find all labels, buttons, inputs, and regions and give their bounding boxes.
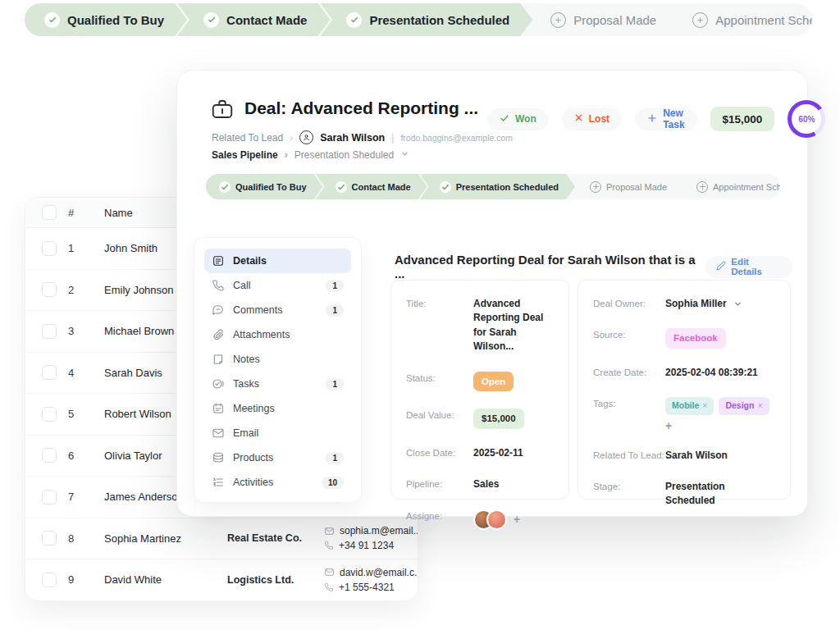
field-assigne: Assigne:+ [406,509,554,530]
lost-button[interactable]: Lost [562,108,622,130]
badge-facebook: Facebook [665,328,726,349]
crm-screen: Qualified To BuyContact MadePresentation… [0,0,840,630]
row-checkbox[interactable] [42,282,57,297]
pencil-icon [716,261,726,272]
pipeline-stage-qualified-to-buy[interactable]: Qualified To Buy [25,3,187,36]
row-checkbox[interactable] [42,324,57,339]
email-text: david.w@email.c... [340,567,418,578]
field-pipeline: Pipeline:Sales [406,477,554,491]
pipeline-stage-appointment-scheduled[interactable]: Appointment Scheduled [682,174,780,199]
select-all-checkbox[interactable] [42,205,57,220]
sidebar-item-email[interactable]: Email [204,421,351,445]
pipeline-stage-presentation-scheduled[interactable]: Presentation Scheduled [320,3,532,36]
pipeline-stage-proposal-made[interactable]: Proposal Made [532,3,674,36]
row-checkbox-cell [25,365,68,380]
edit-details-button[interactable]: Edit Details [705,256,792,278]
lead-name-link[interactable]: Sarah Wilson [320,132,385,144]
count-badge: 1 [326,452,344,464]
row-number: 6 [68,450,104,462]
email-line: sophia.m@email.... [324,525,418,536]
row-checkbox[interactable] [42,365,57,380]
count-badge: 1 [326,280,344,292]
sidebar-item-activities[interactable]: Activities10 [204,470,351,495]
pipeline-stage-proposal-made[interactable]: Proposal Made [575,174,682,199]
stage-label: Proposal Made [606,182,667,192]
check-icon [44,12,60,28]
pipeline-breadcrumb: Sales Pipeline › Presentation Sheduled [212,149,409,161]
remove-tag-icon[interactable]: × [702,400,707,410]
sidebar-item-products[interactable]: Products1 [204,445,351,470]
table-row[interactable]: 9David WhiteLogistics Ltd.david.w@email.… [25,559,418,601]
row-checkbox-cell [25,324,68,339]
row-checkbox[interactable] [42,490,57,504]
count-badge: 1 [326,378,344,390]
envelope-icon [324,526,335,536]
lead-avatar-icon [299,130,313,144]
assignee-avatars: + [473,509,520,530]
pipeline-stage-presentation-scheduled[interactable]: Presentation Scheduled [420,174,575,199]
stage-label: Appointment Scheduled [713,182,780,192]
products-icon [212,451,225,464]
field-value: Mobile×Design×+ [665,397,775,431]
row-checkbox-cell [25,490,68,504]
pipeline-stage-contact-made[interactable]: Contact Made [316,174,427,199]
pipeline-stage-contact-made[interactable]: Contact Made [177,3,330,36]
field-value: Open [473,372,514,392]
new-task-button[interactable]: New Task [635,108,696,130]
sidebar-item-attachments[interactable]: Attachments [204,322,351,347]
row-checkbox[interactable] [42,573,57,587]
tag-mobile[interactable]: Mobile× [665,397,714,414]
tag-design[interactable]: Design× [719,397,769,414]
row-checkbox[interactable] [42,241,57,256]
sidebar-item-call[interactable]: Call1 [204,273,351,298]
add-assignee-button[interactable]: + [514,514,520,525]
pipeline-stage-appointment-scheduled[interactable]: Appointment Scheduled [674,3,812,36]
check-icon [346,12,362,28]
add-tag-button[interactable]: + [665,420,672,431]
plus-circle-icon [692,12,708,28]
edit-details-label: Edit Details [731,257,782,276]
field-value: Sarah Wilson [665,449,728,463]
field-label: Deal Owner: [593,297,665,308]
field-status: Status:Open [406,372,554,392]
company-name: Logistics Ltd. [227,574,324,586]
field-source: Source:Facebook [593,328,775,349]
stage-name[interactable]: Presentation Sheduled [294,149,394,161]
sidebar-item-tasks[interactable]: Tasks1 [204,372,351,396]
plus-icon [647,113,657,126]
badge-15-000: $15,000 [473,409,524,429]
sidebar-item-label: Products [233,452,273,463]
table-row[interactable]: 8Sophia MartinezReal Estate Co.sophia.m@… [25,518,418,560]
attachments-icon [212,328,225,341]
row-checkbox[interactable] [42,407,57,422]
field-value: + [473,509,520,530]
chevron-down-icon[interactable] [400,149,409,161]
row-checkbox[interactable] [42,531,57,546]
briefcase-icon [210,97,235,125]
field-stage: Stage:Presentation Scheduled [593,480,775,509]
sidebar-item-notes[interactable]: Notes [204,347,351,372]
pipeline-stage-qualified-to-buy[interactable]: Qualified To Buy [206,174,323,199]
remove-tag-icon[interactable]: × [757,400,762,410]
chevron-right-icon: › [290,132,293,144]
row-number: 3 [68,325,104,337]
field-label: Status: [406,372,473,383]
sidebar-item-meetings[interactable]: Meetings [204,396,351,421]
lost-label: Lost [589,113,609,125]
phone-text: +1 555-4321 [339,582,395,593]
check-icon [440,181,451,193]
field-label: Pipeline: [406,477,473,489]
field-label: Related To Lead: [593,449,665,460]
x-icon [574,113,583,125]
sidebar-item-comments[interactable]: Comments1 [204,298,351,322]
sidebar-item-label: Tasks [233,378,259,390]
deal-amount-badge: $15,000 [710,107,775,131]
sidebar-item-details[interactable]: Details [204,249,351,273]
won-button[interactable]: Won [487,108,549,130]
row-checkbox[interactable] [42,448,57,463]
header-checkbox-cell [25,205,68,220]
deal-details-card-right: Deal Owner:Sophia MillerSource:FacebookC… [578,280,791,500]
deal-owner-dropdown[interactable]: Sophia Miller [665,297,742,311]
row-number: 1 [68,242,104,254]
call-icon [212,279,225,292]
